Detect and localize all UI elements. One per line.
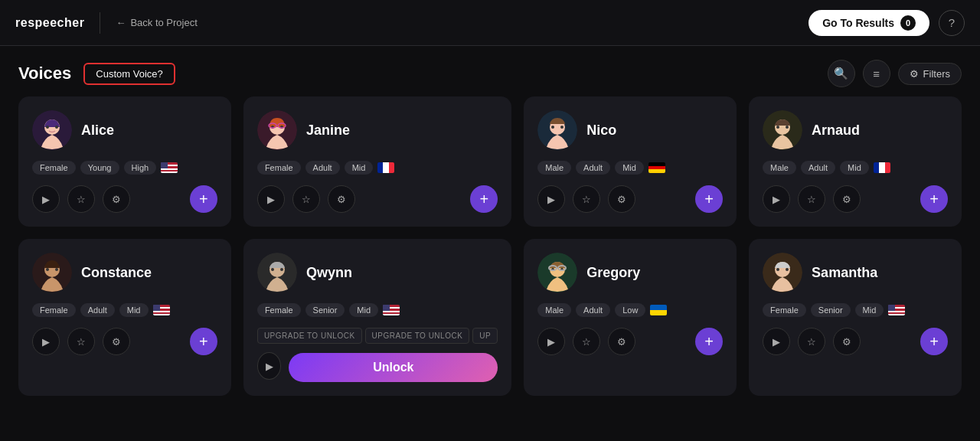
card-header: Samantha xyxy=(763,253,948,292)
back-label: Back to Project xyxy=(130,17,197,28)
upgrade-tag: UP xyxy=(472,328,498,344)
voice-tag: Senior xyxy=(811,303,851,317)
avatar xyxy=(32,253,72,292)
voice-card-gregory: Gregory MaleAdultLow ▶ ☆ ⚙ + xyxy=(524,239,737,396)
voice-tag: Adult xyxy=(576,161,610,175)
go-to-results-button[interactable]: Go To Results 0 xyxy=(808,10,929,36)
play-button[interactable]: ▶ xyxy=(537,328,565,355)
voice-card-samantha: Samantha FemaleSeniorMid ▶ ☆ ⚙ + xyxy=(749,239,962,396)
voice-tag: Low xyxy=(615,303,645,317)
play-button[interactable]: ▶ xyxy=(32,185,60,213)
voice-tags: FemaleSeniorMid xyxy=(763,303,948,317)
voice-tags: FemaleYoungHigh xyxy=(32,161,217,175)
flag-icon xyxy=(161,162,178,174)
svg-point-21 xyxy=(55,268,58,271)
add-button[interactable]: + xyxy=(920,328,948,355)
settings-button[interactable]: ⚙ xyxy=(608,185,635,213)
voice-tag: Mid xyxy=(349,303,378,317)
unlock-banner: UPGRADE TO UNLOCKUPGRADE TO UNLOCKUP xyxy=(257,328,498,344)
play-button[interactable]: ▶ xyxy=(257,185,285,213)
unlock-button[interactable]: Unlock xyxy=(289,353,498,382)
settings-button[interactable]: ⚙ xyxy=(103,185,130,213)
add-button[interactable]: + xyxy=(695,185,723,213)
add-button[interactable]: + xyxy=(190,185,217,213)
custom-voice-button[interactable]: Custom Voice? xyxy=(83,63,175,85)
voice-tag: Mid xyxy=(615,161,644,175)
card-actions: ▶ ☆ ⚙ + xyxy=(32,185,217,213)
settings-button[interactable]: ⚙ xyxy=(833,185,861,213)
card-actions: ▶ ☆ ⚙ + xyxy=(537,328,723,355)
card-actions: ▶ ☆ ⚙ + xyxy=(763,185,948,213)
card-header: Gregory xyxy=(537,253,723,292)
voice-tag: High xyxy=(124,161,157,175)
voice-tag: Female xyxy=(257,303,301,317)
voice-card-nico: Nico MaleAdultMid ▶ ☆ ⚙ + xyxy=(524,96,737,227)
upgrade-tag: UPGRADE TO UNLOCK xyxy=(257,328,362,344)
search-icon: 🔍 xyxy=(834,67,848,80)
voice-tag: Mid xyxy=(119,303,149,317)
favorite-button[interactable]: ☆ xyxy=(292,185,320,213)
favorite-button[interactable]: ☆ xyxy=(798,185,825,213)
voice-card-janine: Janine FemaleAdultMid ▶ ☆ ⚙ + xyxy=(243,96,511,227)
voice-tag: Female xyxy=(257,161,301,175)
svg-point-25 xyxy=(280,268,283,271)
voice-tags: FemaleAdultMid xyxy=(32,303,217,317)
voice-name: Nico xyxy=(586,122,616,139)
svg-point-35 xyxy=(786,268,789,271)
back-to-project-link[interactable]: ← Back to Project xyxy=(116,17,197,28)
settings-button[interactable]: ⚙ xyxy=(328,185,355,213)
sub-header: Voices Custom Voice? 🔍 ≡ ⚙ Filters xyxy=(0,46,980,96)
search-button[interactable]: 🔍 xyxy=(828,60,855,87)
flag-icon xyxy=(383,304,400,316)
svg-point-2 xyxy=(46,126,49,129)
filters-button[interactable]: ⚙ Filters xyxy=(898,63,962,85)
header-left: respeecher ← Back to Project xyxy=(15,12,198,34)
voice-card-constance: Constance FemaleAdultMid ▶ ☆ ⚙ + xyxy=(18,239,231,396)
add-button[interactable]: + xyxy=(470,185,498,213)
add-button[interactable]: + xyxy=(920,185,948,213)
sort-icon: ≡ xyxy=(873,67,880,80)
card-header: Constance xyxy=(32,253,217,292)
voice-tag: Male xyxy=(537,303,571,317)
card-actions: ▶ ☆ ⚙ + xyxy=(32,328,217,355)
flag-icon xyxy=(648,162,665,174)
settings-button[interactable]: ⚙ xyxy=(608,328,635,355)
voice-tag: Adult xyxy=(305,161,340,175)
svg-point-16 xyxy=(776,126,779,129)
card-actions: ▶ ☆ ⚙ + xyxy=(537,185,723,213)
play-button[interactable]: ▶ xyxy=(763,328,790,355)
filters-label: Filters xyxy=(923,68,950,80)
voice-tag: Mid xyxy=(840,161,869,175)
voice-tag: Female xyxy=(763,303,806,317)
svg-point-12 xyxy=(551,126,554,129)
favorite-button[interactable]: ☆ xyxy=(573,185,600,213)
card-header: Nico xyxy=(537,110,723,150)
voice-card-alice: Alice FemaleYoungHigh ▶ ☆ ⚙ + xyxy=(18,96,231,227)
sort-button[interactable]: ≡ xyxy=(863,60,890,87)
header: respeecher ← Back to Project Go To Resul… xyxy=(0,0,980,46)
play-button[interactable]: ▶ xyxy=(257,352,282,380)
add-button[interactable]: + xyxy=(695,328,723,355)
favorite-button[interactable]: ☆ xyxy=(67,328,95,355)
svg-point-20 xyxy=(46,268,49,271)
voice-tag: Mid xyxy=(345,161,374,175)
voice-name: Janine xyxy=(306,122,350,139)
help-button[interactable]: ? xyxy=(939,10,965,36)
voice-tag: Adult xyxy=(576,303,610,317)
avatar xyxy=(537,253,577,292)
voice-tag: Senior xyxy=(305,303,345,317)
favorite-button[interactable]: ☆ xyxy=(798,328,825,355)
help-icon: ? xyxy=(949,16,955,29)
settings-button[interactable]: ⚙ xyxy=(833,328,861,355)
flag-icon xyxy=(888,304,905,316)
settings-button[interactable]: ⚙ xyxy=(103,328,130,355)
upgrade-tag: UPGRADE TO UNLOCK xyxy=(365,328,470,344)
favorite-button[interactable]: ☆ xyxy=(573,328,600,355)
play-button[interactable]: ▶ xyxy=(537,185,565,213)
add-button[interactable]: + xyxy=(190,328,217,355)
card-actions: ▶ Unlock xyxy=(257,350,498,382)
play-button[interactable]: ▶ xyxy=(32,328,60,355)
voice-tag: Female xyxy=(32,161,76,175)
play-button[interactable]: ▶ xyxy=(763,185,790,213)
favorite-button[interactable]: ☆ xyxy=(67,185,95,213)
